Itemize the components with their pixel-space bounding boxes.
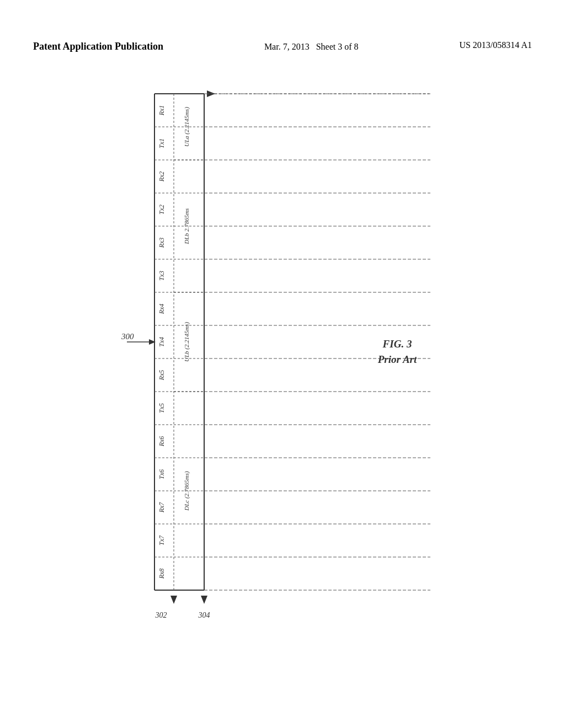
svg-text:ULb (2.2145ms): ULb (2.2145ms) — [183, 322, 190, 362]
svg-text:304: 304 — [198, 611, 210, 619]
svg-text:Tx4: Tx4 — [158, 337, 166, 347]
svg-text:Tx2: Tx2 — [158, 205, 166, 215]
publication-number: US 2013/058314 A1 — [459, 40, 532, 50]
publication-sheet: Sheet 3 of 8 — [316, 42, 359, 51]
svg-text:Tx6: Tx6 — [158, 469, 166, 479]
timing-diagram-svg: Rx1 Tx1 Rx2 Tx2 Rx3 Tx3 Rx4 Tx4 Rx5 Tx5 … — [121, 83, 463, 662]
svg-text:302: 302 — [155, 611, 167, 619]
page-header: Patent Application Publication Mar. 7, 2… — [0, 40, 565, 53]
svg-marker-61 — [170, 596, 177, 604]
svg-text:Rx2: Rx2 — [158, 172, 166, 183]
svg-marker-62 — [201, 596, 207, 604]
svg-text:Tx7: Tx7 — [158, 535, 166, 545]
svg-text:Rx7: Rx7 — [158, 502, 166, 513]
svg-text:DLc (2.7865ms): DLc (2.7865ms) — [183, 471, 190, 511]
svg-text:Tx1: Tx1 — [158, 138, 166, 148]
svg-text:DLb 2.7865ms: DLb 2.7865ms — [183, 208, 190, 245]
svg-text:Tx3: Tx3 — [158, 271, 166, 281]
svg-text:Rx3: Rx3 — [158, 238, 166, 249]
publication-date: Mar. 7, 2013 — [264, 42, 310, 51]
svg-text:Rx8: Rx8 — [158, 569, 166, 580]
publication-date-sheet: Mar. 7, 2013 Sheet 3 of 8 — [264, 40, 359, 53]
svg-text:Rx5: Rx5 — [158, 370, 166, 381]
svg-text:Rx4: Rx4 — [158, 304, 166, 315]
publication-title: Patent Application Publication — [33, 40, 163, 53]
svg-text:FIG. 3: FIG. 3 — [382, 338, 412, 350]
svg-text:Tx5: Tx5 — [158, 403, 166, 413]
svg-text:Rx1: Rx1 — [158, 105, 166, 116]
svg-text:300: 300 — [121, 332, 134, 341]
svg-text:ULa (2.2145ms): ULa (2.2145ms) — [183, 107, 190, 147]
svg-text:Prior Art: Prior Art — [377, 354, 417, 365]
svg-text:Rx6: Rx6 — [158, 436, 166, 447]
